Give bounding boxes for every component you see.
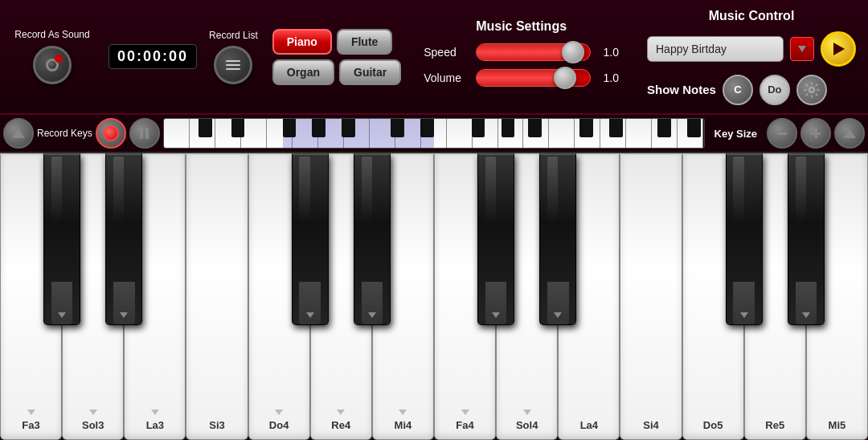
record-list-section: Record List xyxy=(201,23,266,91)
white-key-label-si3: Si3 xyxy=(209,419,225,431)
plus-icon xyxy=(811,128,821,138)
white-key-si4[interactable]: Si4 xyxy=(620,153,682,440)
white-key-arrow xyxy=(151,409,159,415)
key-size-decrease-button[interactable] xyxy=(767,118,797,149)
pause-button[interactable] xyxy=(129,118,160,149)
white-key-label-re4: Re4 xyxy=(331,419,350,431)
record-list-label: Record List xyxy=(209,30,258,41)
volume-slider-knob[interactable] xyxy=(554,67,576,89)
black-key-12[interactable] xyxy=(788,153,825,325)
scroll-up-button[interactable] xyxy=(3,118,34,149)
gear-icon xyxy=(804,82,820,98)
white-key-label-re5: Re5 xyxy=(765,419,784,431)
list-icon xyxy=(226,60,240,70)
scroll-right-button[interactable] xyxy=(834,118,865,149)
white-key-arrow xyxy=(461,409,469,415)
record-list-button[interactable] xyxy=(214,46,252,84)
white-key-arrow xyxy=(27,409,35,415)
pause-icon xyxy=(140,128,149,139)
speed-slider-knob[interactable] xyxy=(562,41,584,63)
black-key-7[interactable] xyxy=(477,153,514,325)
instrument-guitar-button[interactable]: Guitar xyxy=(339,59,401,85)
white-key-label-sol3: Sol3 xyxy=(82,419,104,431)
instrument-row-2: Organ Guitar xyxy=(272,59,401,85)
instrument-row: Piano Flute xyxy=(272,29,401,55)
white-key-label-mi4: Mi4 xyxy=(395,419,412,431)
record-icon xyxy=(103,125,119,141)
mini-white-key xyxy=(447,119,473,148)
white-key-label-fa3: Fa3 xyxy=(22,419,39,431)
svg-point-0 xyxy=(809,88,814,92)
song-selector[interactable]: Happy Birtday xyxy=(647,36,784,62)
top-bar: Record As Sound 00:00:00 Record List Pia… xyxy=(0,0,868,115)
volume-slider-row: Volume 1.0 xyxy=(424,69,619,87)
instrument-organ-button[interactable]: Organ xyxy=(272,59,334,85)
instrument-flute-button[interactable]: Flute xyxy=(337,29,392,55)
speed-slider-fill xyxy=(477,44,573,60)
speed-slider-track[interactable] xyxy=(476,43,591,61)
piano-keyboard-area: Fa3Sol3La3Si3Do4Re4Mi4Fa4Sol4La4Si4Do5Re… xyxy=(0,153,868,440)
record-as-sound-button[interactable] xyxy=(33,46,72,84)
black-key-arrow xyxy=(120,312,128,318)
mini-black-key xyxy=(342,119,355,137)
play-button[interactable] xyxy=(821,31,856,67)
black-key-8[interactable] xyxy=(539,153,576,325)
white-key-label-sol4: Sol4 xyxy=(516,419,538,431)
show-notes-row: Show Notes C Do xyxy=(647,75,856,105)
white-key-arrow xyxy=(89,409,97,415)
up-arrow-right-icon xyxy=(843,128,856,138)
timer-display: 00:00:00 xyxy=(108,44,197,69)
white-key-label-si4: Si4 xyxy=(643,419,659,431)
black-key-0[interactable] xyxy=(43,153,80,325)
black-key-5[interactable] xyxy=(354,153,391,325)
black-key-arrow xyxy=(492,312,500,318)
mini-black-key xyxy=(199,119,212,137)
instrument-piano-button[interactable]: Piano xyxy=(272,29,332,55)
record-button[interactable] xyxy=(96,118,126,149)
black-key-arrow xyxy=(368,312,376,318)
speed-value: 1.0 xyxy=(599,46,619,59)
black-key-11[interactable] xyxy=(726,153,763,325)
white-key-label-la4: La4 xyxy=(580,419,598,431)
mini-black-key xyxy=(472,119,485,137)
key-size-increase-button[interactable] xyxy=(800,118,831,149)
mini-black-key xyxy=(312,119,326,137)
music-settings-title: Music Settings xyxy=(476,19,567,34)
note-do-button[interactable]: Do xyxy=(760,75,790,105)
black-key-arrow xyxy=(740,312,748,318)
record-as-sound-section: Record As Sound xyxy=(0,22,104,92)
volume-slider-track[interactable] xyxy=(476,69,591,87)
show-notes-label: Show Notes xyxy=(647,83,716,96)
mini-white-key xyxy=(549,119,575,148)
speed-slider-row: Speed 1.0 xyxy=(424,43,619,61)
mini-black-key xyxy=(391,119,404,137)
note-c-button[interactable]: C xyxy=(723,75,753,105)
record-status-dot xyxy=(55,55,63,63)
play-icon xyxy=(833,43,845,55)
note-settings-button[interactable] xyxy=(796,75,827,105)
up-arrow-icon xyxy=(12,128,25,138)
song-dropdown-button[interactable] xyxy=(790,37,814,61)
minus-icon xyxy=(777,132,787,135)
music-control-title: Music Control xyxy=(647,9,856,23)
instrument-selector: Piano Flute Organ Guitar xyxy=(266,22,407,92)
black-key-1[interactable] xyxy=(105,153,142,325)
mini-black-key xyxy=(609,119,623,137)
record-as-sound-label: Record As Sound xyxy=(14,29,89,42)
white-key-label-la3: La3 xyxy=(146,419,164,431)
mini-keyboard-strip xyxy=(163,118,705,149)
volume-label: Volume xyxy=(424,71,468,84)
black-key-arrow xyxy=(306,312,314,318)
mini-black-key xyxy=(528,119,542,137)
white-key-arrow xyxy=(337,409,345,415)
song-selection-row: Happy Birtday xyxy=(647,31,856,67)
black-key-4[interactable] xyxy=(292,153,329,325)
white-key-arrow xyxy=(399,409,407,415)
selected-song-label: Happy Birtday xyxy=(656,43,727,55)
white-key-arrow xyxy=(523,409,531,415)
mini-white-key xyxy=(241,119,267,148)
mini-black-key xyxy=(687,119,701,137)
white-key-si3[interactable]: Si3 xyxy=(186,153,248,440)
black-key-arrow xyxy=(58,312,66,318)
white-key-label-mi5: Mi5 xyxy=(829,419,846,431)
